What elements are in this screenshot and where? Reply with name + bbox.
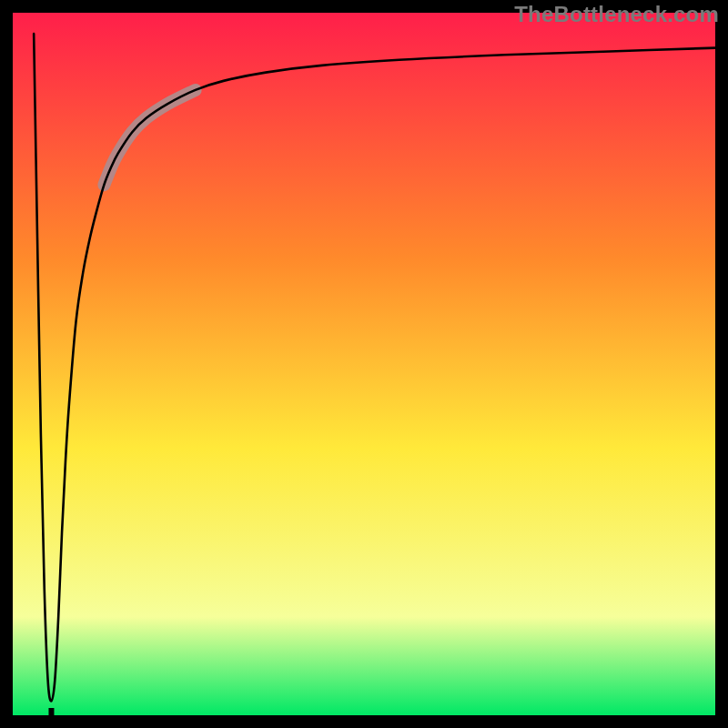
gradient-background bbox=[13, 13, 715, 715]
bottleneck-chart bbox=[0, 0, 728, 728]
chart-stage: TheBottleneck.com bbox=[0, 0, 728, 728]
watermark-label: TheBottleneck.com bbox=[514, 2, 719, 27]
